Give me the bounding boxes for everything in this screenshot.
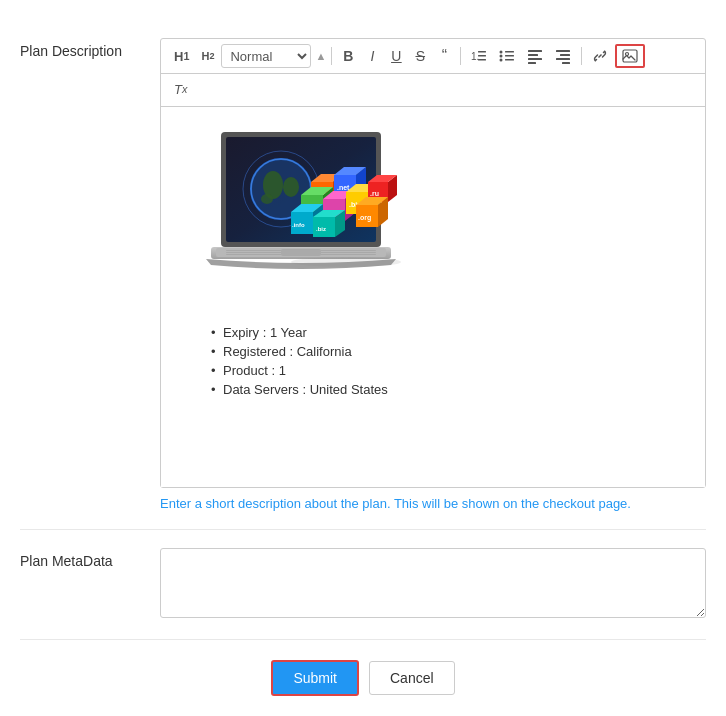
strikethrough-button[interactable]: S [409,44,431,68]
svg-rect-9 [505,59,514,61]
submit-row: Submit Cancel [20,640,706,716]
select-arrow-icon: ▲ [315,50,326,62]
svg-rect-10 [528,50,542,52]
toolbar-row2: Tx [161,74,705,107]
svg-rect-15 [560,54,570,56]
plan-metadata-content [160,548,706,621]
domain-laptop-image: .com .net [191,127,411,302]
svg-text:.biz: .biz [316,226,326,232]
svg-text:.ru: .ru [370,190,379,197]
svg-point-27 [261,194,273,204]
svg-rect-3 [478,59,486,61]
svg-rect-1 [478,51,486,53]
plan-metadata-input[interactable] [160,548,706,618]
svg-rect-17 [562,62,570,64]
h2-button[interactable]: H2 [196,44,219,68]
ordered-list-icon: 1. [471,48,487,64]
bullet-item-1: Expiry : 1 Year [211,325,675,340]
editor-toolbar: H1 H2 Normal Heading 1 Heading 2 Heading… [161,39,705,74]
plan-metadata-row: Plan MetaData [20,530,706,640]
svg-rect-16 [556,58,570,60]
bullet-item-2: Registered : California [211,344,675,359]
ordered-list-button[interactable]: 1. [466,44,492,68]
submit-button[interactable]: Submit [271,660,359,696]
editor-hint: Enter a short description about the plan… [160,496,706,511]
svg-rect-12 [528,58,542,60]
editor-image-container: .com .net [191,127,675,305]
unordered-list-icon [499,48,515,64]
italic-button[interactable]: I [361,44,383,68]
link-icon [592,48,608,64]
svg-rect-11 [528,54,538,56]
blockquote-button[interactable]: “ [433,44,455,68]
unordered-list-button[interactable] [494,44,520,68]
align-right-icon [555,48,571,64]
toolbar-separator-1 [331,47,332,65]
toolbar-separator-3 [581,47,582,65]
svg-text:1.: 1. [471,51,479,62]
plan-description-content: H1 H2 Normal Heading 1 Heading 2 Heading… [160,38,706,511]
hint-text-before: Enter a short description about the plan… [160,496,391,511]
editor-wrapper: H1 H2 Normal Heading 1 Heading 2 Heading… [160,38,706,488]
align-left-icon [527,48,543,64]
svg-text:.info: .info [292,222,305,228]
format-select[interactable]: Normal Heading 1 Heading 2 Heading 3 [221,44,311,68]
plan-description-label: Plan Description [20,38,160,62]
svg-text:.net: .net [337,184,350,191]
plan-description-row: Plan Description H1 H2 Normal Heading 1 … [20,20,706,530]
clear-format-button[interactable]: Tx [169,77,192,101]
plan-metadata-label: Plan MetaData [20,548,160,572]
svg-text:.org: .org [358,214,371,222]
svg-point-26 [283,177,299,197]
bullet-item-4: Data Servers : United States [211,382,675,397]
svg-rect-13 [528,62,536,64]
svg-rect-5 [505,51,514,53]
cancel-button[interactable]: Cancel [369,661,455,695]
svg-point-6 [500,55,503,58]
toolbar-separator-2 [460,47,461,65]
editor-body[interactable]: .com .net [161,107,705,487]
align-right-button[interactable] [550,44,576,68]
align-left-button[interactable] [522,44,548,68]
bullet-item-3: Product : 1 [211,363,675,378]
link-button[interactable] [587,44,613,68]
h1-button[interactable]: H1 [169,44,194,68]
svg-point-4 [500,51,503,54]
svg-point-8 [500,59,503,62]
bold-button[interactable]: B [337,44,359,68]
svg-rect-34 [281,249,321,256]
form-section: Plan Description H1 H2 Normal Heading 1 … [20,20,706,716]
image-icon [622,48,638,64]
image-button[interactable] [615,44,645,68]
hint-text-highlight: This will be shown on the checkout page. [391,496,631,511]
svg-rect-2 [478,55,486,57]
bullet-list: Expiry : 1 Year Registered : California … [211,325,675,397]
svg-point-19 [626,53,629,56]
svg-rect-7 [505,55,514,57]
underline-button[interactable]: U [385,44,407,68]
svg-rect-14 [556,50,570,52]
svg-point-71 [291,257,401,267]
